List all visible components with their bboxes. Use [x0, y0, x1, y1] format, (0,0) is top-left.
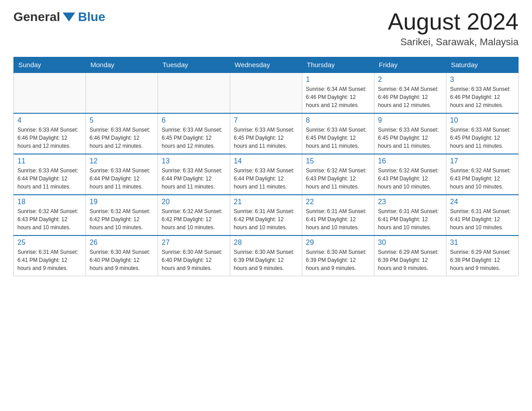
calendar-header-row: SundayMondayTuesdayWednesdayThursdayFrid…	[14, 57, 519, 73]
day-number: 9	[378, 116, 442, 124]
calendar-day-cell: 18Sunrise: 6:32 AM Sunset: 6:43 PM Dayli…	[14, 195, 86, 235]
calendar-day-cell: 20Sunrise: 6:32 AM Sunset: 6:42 PM Dayli…	[158, 195, 230, 235]
calendar-header-friday: Friday	[374, 57, 446, 73]
calendar-day-cell: 28Sunrise: 6:30 AM Sunset: 6:39 PM Dayli…	[230, 235, 302, 276]
day-number: 30	[378, 239, 442, 247]
day-info: Sunrise: 6:33 AM Sunset: 6:45 PM Dayligh…	[234, 126, 298, 150]
day-number: 3	[450, 76, 515, 84]
day-info: Sunrise: 6:33 AM Sunset: 6:44 PM Dayligh…	[234, 167, 298, 191]
logo-triangle-icon	[61, 9, 77, 25]
day-number: 14	[234, 157, 298, 165]
day-number: 12	[90, 157, 154, 165]
calendar-day-cell: 7Sunrise: 6:33 AM Sunset: 6:45 PM Daylig…	[230, 113, 302, 154]
day-info: Sunrise: 6:30 AM Sunset: 6:39 PM Dayligh…	[306, 248, 370, 272]
day-info: Sunrise: 6:32 AM Sunset: 6:42 PM Dayligh…	[90, 207, 154, 231]
calendar-day-cell: 29Sunrise: 6:30 AM Sunset: 6:39 PM Dayli…	[302, 235, 374, 276]
day-number: 28	[234, 239, 298, 247]
calendar-header-sunday: Sunday	[14, 57, 86, 73]
page-header: General Blue August 2024 Sarikei, Sarawa…	[13, 9, 519, 48]
calendar-week-row: 18Sunrise: 6:32 AM Sunset: 6:43 PM Dayli…	[14, 195, 519, 235]
calendar-day-cell: 16Sunrise: 6:32 AM Sunset: 6:43 PM Dayli…	[374, 154, 446, 195]
calendar-day-cell: 21Sunrise: 6:31 AM Sunset: 6:42 PM Dayli…	[230, 195, 302, 235]
day-info: Sunrise: 6:33 AM Sunset: 6:45 PM Dayligh…	[450, 126, 515, 150]
day-number: 24	[450, 198, 515, 206]
day-info: Sunrise: 6:32 AM Sunset: 6:43 PM Dayligh…	[450, 167, 515, 191]
calendar-day-cell	[158, 73, 230, 113]
calendar-week-row: 4Sunrise: 6:33 AM Sunset: 6:46 PM Daylig…	[14, 113, 519, 154]
calendar-day-cell: 5Sunrise: 6:33 AM Sunset: 6:46 PM Daylig…	[86, 113, 158, 154]
day-info: Sunrise: 6:32 AM Sunset: 6:43 PM Dayligh…	[378, 167, 442, 191]
day-info: Sunrise: 6:33 AM Sunset: 6:44 PM Dayligh…	[90, 167, 154, 191]
day-info: Sunrise: 6:33 AM Sunset: 6:46 PM Dayligh…	[17, 126, 82, 150]
calendar-day-cell: 1Sunrise: 6:34 AM Sunset: 6:46 PM Daylig…	[302, 73, 374, 113]
calendar-day-cell: 17Sunrise: 6:32 AM Sunset: 6:43 PM Dayli…	[446, 154, 519, 195]
logo: General Blue	[13, 9, 105, 25]
calendar-day-cell	[14, 73, 86, 113]
calendar-week-row: 1Sunrise: 6:34 AM Sunset: 6:46 PM Daylig…	[14, 73, 519, 113]
calendar-day-cell: 13Sunrise: 6:33 AM Sunset: 6:44 PM Dayli…	[158, 154, 230, 195]
calendar-day-cell: 8Sunrise: 6:33 AM Sunset: 6:45 PM Daylig…	[302, 113, 374, 154]
day-number: 27	[162, 239, 226, 247]
calendar-day-cell: 19Sunrise: 6:32 AM Sunset: 6:42 PM Dayli…	[86, 195, 158, 235]
logo-text-blue: Blue	[78, 10, 105, 24]
calendar-header-saturday: Saturday	[446, 57, 519, 73]
day-info: Sunrise: 6:29 AM Sunset: 6:39 PM Dayligh…	[378, 248, 442, 272]
title-block: August 2024 Sarikei, Sarawak, Malaysia	[388, 9, 519, 48]
calendar-day-cell: 3Sunrise: 6:33 AM Sunset: 6:46 PM Daylig…	[446, 73, 519, 113]
day-info: Sunrise: 6:29 AM Sunset: 6:38 PM Dayligh…	[450, 248, 515, 272]
month-title: August 2024	[388, 9, 519, 34]
day-info: Sunrise: 6:32 AM Sunset: 6:43 PM Dayligh…	[17, 207, 82, 231]
day-info: Sunrise: 6:34 AM Sunset: 6:46 PM Dayligh…	[306, 85, 370, 109]
calendar-day-cell: 15Sunrise: 6:32 AM Sunset: 6:43 PM Dayli…	[302, 154, 374, 195]
day-info: Sunrise: 6:31 AM Sunset: 6:41 PM Dayligh…	[450, 207, 515, 231]
calendar-day-cell: 31Sunrise: 6:29 AM Sunset: 6:38 PM Dayli…	[446, 235, 519, 276]
calendar-day-cell: 4Sunrise: 6:33 AM Sunset: 6:46 PM Daylig…	[14, 113, 86, 154]
day-number: 18	[17, 198, 82, 206]
day-number: 26	[90, 239, 154, 247]
day-number: 16	[378, 157, 442, 165]
calendar-day-cell: 12Sunrise: 6:33 AM Sunset: 6:44 PM Dayli…	[86, 154, 158, 195]
svg-marker-0	[63, 13, 75, 21]
calendar-day-cell: 23Sunrise: 6:31 AM Sunset: 6:41 PM Dayli…	[374, 195, 446, 235]
calendar-table: SundayMondayTuesdayWednesdayThursdayFrid…	[13, 57, 519, 276]
day-info: Sunrise: 6:31 AM Sunset: 6:41 PM Dayligh…	[17, 248, 82, 272]
day-number: 17	[450, 157, 515, 165]
calendar-header-monday: Monday	[86, 57, 158, 73]
day-number: 1	[306, 76, 370, 84]
day-number: 7	[234, 116, 298, 124]
calendar-day-cell: 30Sunrise: 6:29 AM Sunset: 6:39 PM Dayli…	[374, 235, 446, 276]
calendar-day-cell: 9Sunrise: 6:33 AM Sunset: 6:45 PM Daylig…	[374, 113, 446, 154]
day-info: Sunrise: 6:31 AM Sunset: 6:41 PM Dayligh…	[378, 207, 442, 231]
day-info: Sunrise: 6:33 AM Sunset: 6:45 PM Dayligh…	[378, 126, 442, 150]
day-number: 15	[306, 157, 370, 165]
calendar-header-wednesday: Wednesday	[230, 57, 302, 73]
day-number: 6	[162, 116, 226, 124]
day-number: 21	[234, 198, 298, 206]
day-info: Sunrise: 6:33 AM Sunset: 6:45 PM Dayligh…	[162, 126, 226, 150]
logo-text-general: General	[13, 10, 60, 24]
day-info: Sunrise: 6:30 AM Sunset: 6:39 PM Dayligh…	[234, 248, 298, 272]
day-number: 2	[378, 76, 442, 84]
day-number: 19	[90, 198, 154, 206]
day-info: Sunrise: 6:33 AM Sunset: 6:44 PM Dayligh…	[162, 167, 226, 191]
calendar-day-cell: 11Sunrise: 6:33 AM Sunset: 6:44 PM Dayli…	[14, 154, 86, 195]
calendar-day-cell: 14Sunrise: 6:33 AM Sunset: 6:44 PM Dayli…	[230, 154, 302, 195]
calendar-week-row: 25Sunrise: 6:31 AM Sunset: 6:41 PM Dayli…	[14, 235, 519, 276]
calendar-day-cell: 27Sunrise: 6:30 AM Sunset: 6:40 PM Dayli…	[158, 235, 230, 276]
day-info: Sunrise: 6:30 AM Sunset: 6:40 PM Dayligh…	[90, 248, 154, 272]
day-number: 4	[17, 116, 82, 124]
day-number: 20	[162, 198, 226, 206]
calendar-day-cell: 24Sunrise: 6:31 AM Sunset: 6:41 PM Dayli…	[446, 195, 519, 235]
day-info: Sunrise: 6:32 AM Sunset: 6:42 PM Dayligh…	[162, 207, 226, 231]
day-number: 5	[90, 116, 154, 124]
day-number: 29	[306, 239, 370, 247]
day-number: 10	[450, 116, 515, 124]
day-info: Sunrise: 6:34 AM Sunset: 6:46 PM Dayligh…	[378, 85, 442, 109]
day-info: Sunrise: 6:31 AM Sunset: 6:42 PM Dayligh…	[234, 207, 298, 231]
day-info: Sunrise: 6:33 AM Sunset: 6:44 PM Dayligh…	[17, 167, 82, 191]
calendar-header-tuesday: Tuesday	[158, 57, 230, 73]
day-number: 31	[450, 239, 515, 247]
location-subtitle: Sarikei, Sarawak, Malaysia	[388, 36, 519, 48]
calendar-day-cell: 25Sunrise: 6:31 AM Sunset: 6:41 PM Dayli…	[14, 235, 86, 276]
calendar-day-cell: 22Sunrise: 6:31 AM Sunset: 6:41 PM Dayli…	[302, 195, 374, 235]
